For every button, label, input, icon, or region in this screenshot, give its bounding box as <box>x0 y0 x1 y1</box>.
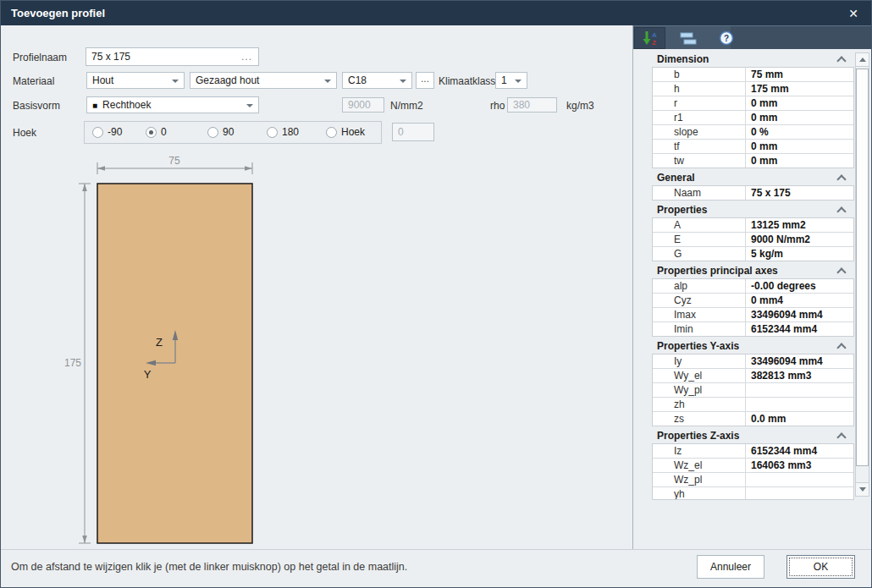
property-name[interactable]: alp <box>653 279 746 293</box>
scroll-up-button[interactable] <box>856 53 869 67</box>
property-value[interactable]: 0 mm <box>746 140 853 153</box>
property-value[interactable]: 175 mm <box>746 82 853 96</box>
collapse-chevron-icon[interactable] <box>836 432 846 442</box>
cancel-button[interactable]: Annuleer <box>697 555 764 579</box>
property-value[interactable] <box>746 487 853 500</box>
property-value[interactable] <box>746 383 853 397</box>
property-row[interactable]: yh <box>653 487 853 500</box>
property-row[interactable]: G5 kg/m <box>653 247 853 261</box>
collapse-chevron-icon[interactable] <box>836 343 846 352</box>
property-value[interactable]: 6152344 mm4 <box>746 444 853 458</box>
property-row[interactable]: b75 mm <box>653 68 853 82</box>
property-row[interactable]: Naam75 x 175 <box>653 186 853 201</box>
property-name[interactable]: Wy_el <box>653 369 746 382</box>
property-section-header[interactable]: General <box>652 171 854 185</box>
property-name[interactable]: Imin <box>653 322 746 336</box>
hoek-radio-180[interactable]: 180 <box>267 126 299 138</box>
property-name[interactable]: r1 <box>653 111 746 124</box>
property-name[interactable]: Wz_pl <box>653 473 746 486</box>
scrollbar-thumb[interactable] <box>856 69 869 466</box>
ok-button[interactable]: OK <box>786 555 855 579</box>
property-row[interactable]: Imax33496094 mm4 <box>653 308 853 322</box>
property-row[interactable]: Wz_el164063 mm3 <box>653 459 853 473</box>
radio-icon[interactable] <box>92 127 103 138</box>
property-value[interactable]: 5 kg/m <box>746 247 853 261</box>
radio-icon[interactable] <box>146 127 157 138</box>
scroll-down-button[interactable] <box>856 482 869 496</box>
property-section-header[interactable]: Properties <box>652 203 854 217</box>
property-row[interactable]: zh <box>653 398 853 412</box>
radio-icon[interactable] <box>326 127 337 138</box>
property-value[interactable]: 0 mm <box>746 96 853 110</box>
property-value[interactable]: 0 mm4 <box>746 294 853 307</box>
property-row[interactable]: r0 mm <box>653 96 853 111</box>
hoek-radio-hoek[interactable]: Hoek <box>326 126 365 138</box>
property-value[interactable]: 0 mm <box>746 111 853 124</box>
property-row[interactable]: Wy_pl <box>653 383 853 398</box>
close-icon[interactable]: ✕ <box>842 4 864 22</box>
property-value[interactable] <box>746 398 853 411</box>
property-value[interactable]: 33496094 mm4 <box>746 354 853 368</box>
property-row[interactable]: tf0 mm <box>653 140 853 154</box>
property-row[interactable]: Imin6152344 mm4 <box>653 322 853 337</box>
property-name[interactable]: tw <box>653 154 746 168</box>
property-name[interactable]: Wz_el <box>653 459 746 472</box>
radio-icon[interactable] <box>267 127 278 138</box>
property-value[interactable]: 13125 mm2 <box>746 218 853 232</box>
height-dimension-value[interactable]: 175 <box>64 357 81 369</box>
property-value[interactable]: -0.00 degrees <box>746 279 853 293</box>
property-value[interactable] <box>746 473 853 486</box>
hoek-radio-90[interactable]: 90 <box>207 126 234 138</box>
basisvorm-dropdown[interactable]: ■Rechthoek <box>86 96 259 113</box>
hoek-radio--90[interactable]: -90 <box>92 126 122 138</box>
property-name[interactable]: Iz <box>653 444 746 458</box>
property-value[interactable]: 6152344 mm4 <box>746 322 853 336</box>
property-name[interactable]: Imax <box>653 308 746 321</box>
property-section-header[interactable]: Properties Z-axis <box>652 429 854 443</box>
property-name[interactable]: A <box>653 218 746 232</box>
material-grade-dropdown[interactable]: C18 <box>342 72 412 89</box>
property-name[interactable]: b <box>653 68 746 81</box>
property-name[interactable]: Cyz <box>653 294 746 307</box>
property-value[interactable]: 9000 N/mm2 <box>746 233 853 246</box>
property-name[interactable]: slope <box>653 125 746 139</box>
property-value[interactable]: 0.0 mm <box>746 412 853 426</box>
sort-alphabetical-icon[interactable]: A Z <box>634 27 665 49</box>
property-section-header[interactable]: Properties principal axes <box>652 264 854 278</box>
property-row[interactable]: alp-0.00 degrees <box>653 279 853 294</box>
property-name[interactable]: G <box>653 247 746 261</box>
property-row[interactable]: zs0.0 mm <box>653 412 853 426</box>
klimaatklasse-dropdown[interactable]: 1 <box>495 72 527 89</box>
property-section-header[interactable]: Dimension <box>652 52 854 67</box>
property-value[interactable]: 382813 mm3 <box>746 369 853 382</box>
property-row[interactable]: E9000 N/mm2 <box>653 233 853 247</box>
property-row[interactable]: Wz_pl <box>653 473 853 487</box>
property-value[interactable]: 164063 mm3 <box>746 459 853 472</box>
property-section-header[interactable]: Properties Y-axis <box>652 339 854 354</box>
property-grid-scrollbar[interactable] <box>855 52 869 497</box>
width-dimension-value[interactable]: 75 <box>168 155 180 167</box>
radio-icon[interactable] <box>207 127 218 138</box>
material-subtype-dropdown[interactable]: Gezaagd hout <box>190 72 337 89</box>
categorized-view-icon[interactable] <box>672 27 704 49</box>
property-name[interactable]: r <box>653 96 746 110</box>
property-name[interactable]: tf <box>653 140 746 153</box>
profile-name-field[interactable]: 75 x 175 ... <box>86 47 259 66</box>
hoek-radio-0[interactable]: 0 <box>146 126 167 138</box>
collapse-chevron-icon[interactable] <box>836 267 846 277</box>
property-row[interactable]: A13125 mm2 <box>653 218 853 233</box>
property-name[interactable]: Wy_pl <box>653 383 746 397</box>
collapse-chevron-icon[interactable] <box>836 56 846 65</box>
material-browse-button[interactable]: ... <box>416 72 434 89</box>
property-row[interactable]: Cyz0 mm4 <box>653 294 853 308</box>
property-name[interactable]: E <box>653 233 746 246</box>
property-row[interactable]: slope0 % <box>653 125 853 140</box>
property-name[interactable]: yh <box>653 487 746 500</box>
help-icon[interactable]: ? <box>710 27 742 49</box>
profile-name-ellipsis-button[interactable]: ... <box>241 48 252 65</box>
collapse-chevron-icon[interactable] <box>836 174 846 184</box>
collapse-chevron-icon[interactable] <box>836 206 846 216</box>
property-row[interactable]: Wy_el382813 mm3 <box>653 369 853 383</box>
property-value[interactable]: 0 mm <box>746 154 853 168</box>
property-row[interactable]: r10 mm <box>653 111 853 125</box>
